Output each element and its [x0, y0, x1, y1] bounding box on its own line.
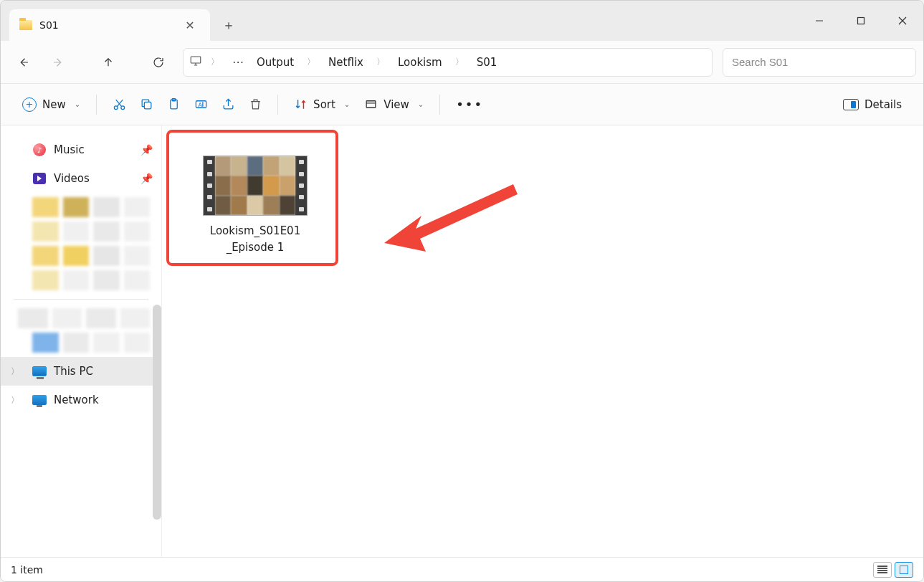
annotation-arrow — [384, 171, 528, 286]
search-input[interactable] — [732, 56, 907, 68]
ellipsis-icon: ••• — [456, 97, 483, 112]
breadcrumb-output[interactable]: Output — [252, 56, 298, 69]
monitor-icon — [189, 54, 202, 70]
sidebar-item-this-pc[interactable]: 〉 This PC — [1, 357, 161, 386]
sidebar-network-label: Network — [54, 393, 99, 406]
refresh-button[interactable] — [143, 48, 174, 77]
redacted-item — [32, 221, 150, 242]
back-button[interactable] — [8, 48, 39, 77]
chevron-right-icon[interactable]: 〉 — [371, 56, 391, 68]
window-controls — [799, 1, 923, 41]
breadcrumb-overflow[interactable]: ⋯ — [228, 55, 249, 69]
videos-icon — [32, 171, 47, 186]
navigation-pane: Music 📌 Videos 📌 〉 This — [1, 125, 162, 557]
redacted-item — [32, 246, 150, 266]
details-pane-button[interactable]: Details — [836, 94, 909, 115]
search-box[interactable] — [723, 48, 916, 77]
network-icon — [32, 393, 47, 407]
chevron-right-icon[interactable]: 〉 — [11, 394, 19, 406]
up-button[interactable] — [92, 48, 124, 77]
breadcrumb-s01[interactable]: S01 — [472, 56, 502, 69]
sort-button[interactable]: Sort ⌄ — [287, 93, 357, 115]
cut-button[interactable] — [105, 97, 133, 111]
chevron-right-icon[interactable]: 〉 — [11, 366, 19, 378]
sidebar-scrollbar[interactable] — [153, 305, 161, 520]
redacted-item — [32, 333, 150, 353]
delete-button[interactable] — [242, 97, 269, 111]
sidebar-thispc-label: This PC — [54, 365, 93, 378]
main-body: Music 📌 Videos 📌 〉 This — [1, 125, 923, 557]
pin-icon[interactable]: 📌 — [140, 173, 153, 184]
svg-marker-13 — [384, 184, 518, 252]
title-bar: S01 ✕ ＋ — [1, 1, 923, 41]
tab-current[interactable]: S01 ✕ — [9, 9, 210, 41]
thumbnails-view-button[interactable] — [895, 562, 913, 578]
tab-title: S01 — [39, 19, 173, 31]
filmstrip-icon — [204, 156, 215, 215]
list-icon — [877, 566, 887, 574]
maximize-button[interactable] — [840, 1, 882, 41]
rename-button[interactable]: A — [187, 97, 214, 111]
item-count: 1 item — [11, 564, 43, 576]
pin-icon[interactable]: 📌 — [140, 144, 153, 156]
details-view-button[interactable] — [873, 562, 892, 578]
file-name: Lookism_S01E01 _Episode 1 — [210, 223, 300, 255]
plus-circle-icon: + — [22, 97, 37, 112]
chevron-right-icon[interactable]: 〉 — [205, 56, 225, 68]
close-window-button[interactable] — [882, 1, 923, 41]
svg-rect-12 — [366, 101, 376, 108]
chevron-right-icon[interactable]: 〉 — [301, 56, 321, 68]
sidebar-item-music[interactable]: Music 📌 — [1, 135, 161, 164]
status-bar: 1 item — [1, 557, 923, 581]
svg-text:A: A — [198, 102, 202, 108]
file-item[interactable]: Lookism_S01E01 _Episode 1 — [179, 147, 331, 267]
svg-rect-4 — [191, 57, 201, 63]
chevron-down-icon: ⌄ — [344, 100, 350, 108]
chevron-right-icon[interactable]: 〉 — [449, 56, 470, 68]
sidebar-videos-label: Videos — [54, 172, 90, 185]
tab-close-button[interactable]: ✕ — [180, 19, 200, 32]
music-icon — [32, 143, 47, 157]
svg-rect-1 — [858, 18, 865, 24]
command-bar: + New ⌄ A Sort ⌄ View ⌄ ••• Details — [1, 84, 923, 125]
video-thumbnail — [203, 156, 308, 216]
breadcrumb-netflix[interactable]: Netflix — [324, 56, 368, 69]
chevron-down-icon: ⌄ — [418, 100, 424, 108]
address-bar[interactable]: 〉 ⋯ Output 〉 Netflix 〉 Lookism 〉 S01 — [183, 48, 713, 77]
details-panel-icon — [843, 99, 859, 110]
new-tab-button[interactable]: ＋ — [213, 9, 244, 41]
grid-icon — [900, 566, 908, 574]
minimize-button[interactable] — [799, 1, 840, 41]
sidebar-item-videos[interactable]: Videos 📌 — [1, 164, 161, 193]
sidebar-music-label: Music — [54, 143, 85, 156]
share-button[interactable] — [214, 97, 242, 111]
paste-button[interactable] — [160, 97, 187, 111]
chevron-down-icon: ⌄ — [75, 100, 80, 108]
new-label: New — [42, 98, 66, 111]
sort-label: Sort — [313, 98, 335, 111]
pc-icon — [32, 364, 47, 378]
redacted-item — [32, 270, 150, 290]
view-switch — [873, 562, 913, 578]
more-button[interactable]: ••• — [449, 92, 490, 116]
redacted-item — [18, 308, 150, 328]
nav-bar: 〉 ⋯ Output 〉 Netflix 〉 Lookism 〉 S01 — [1, 41, 923, 84]
folder-icon — [19, 20, 32, 30]
view-button[interactable]: View ⌄ — [357, 93, 431, 115]
new-button[interactable]: + New ⌄ — [15, 93, 87, 116]
filmstrip-icon — [295, 156, 307, 215]
sidebar-item-network[interactable]: 〉 Network — [1, 386, 161, 414]
view-label: View — [384, 98, 409, 111]
file-list-area[interactable]: Lookism_S01E01 _Episode 1 — [162, 125, 923, 557]
svg-rect-7 — [144, 102, 151, 109]
breadcrumb-lookism[interactable]: Lookism — [394, 56, 447, 69]
details-label: Details — [865, 98, 902, 111]
forward-button[interactable] — [42, 48, 74, 77]
copy-button[interactable] — [133, 97, 160, 111]
redacted-item — [32, 197, 150, 217]
